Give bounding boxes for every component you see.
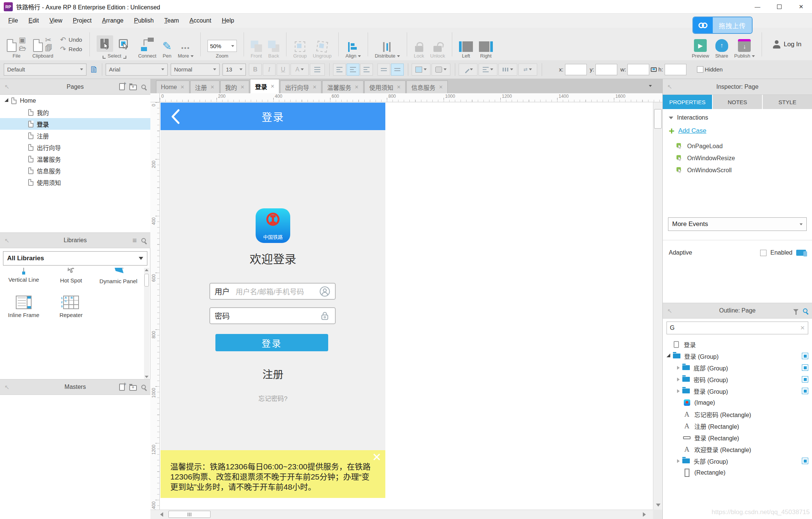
canvas-tab[interactable]: 信息服务 ✕ xyxy=(406,80,448,93)
outline-tree-item[interactable]: A 注册 (Rectangle) xyxy=(663,420,812,432)
outline-tree-item[interactable]: A 登录 xyxy=(663,338,812,350)
font-weight-dropdown[interactable]: Normal xyxy=(171,64,220,76)
canvas-tab[interactable]: 我的 ✕ xyxy=(220,80,250,93)
bold-button[interactable]: B xyxy=(249,64,262,76)
outline-tree-item[interactable]: A 登录 (Group) xyxy=(663,385,812,397)
forgot-password-link[interactable]: 忘记密码? xyxy=(161,393,385,403)
widget-visibility-badge[interactable] xyxy=(802,376,808,382)
adaptive-enabled-checkbox[interactable] xyxy=(760,250,767,256)
widget-visibility-badge[interactable] xyxy=(802,458,808,464)
page-tree-item[interactable]: 信息服务 xyxy=(0,165,150,176)
canvas-tab[interactable]: 温馨服务 ✕ xyxy=(322,80,364,93)
menu-item[interactable]: File xyxy=(3,16,23,26)
close-tab-icon[interactable]: ✕ xyxy=(270,83,274,89)
inspector-tab[interactable]: STYLE xyxy=(763,95,812,109)
password-field[interactable]: 密码 xyxy=(209,307,336,324)
x-input[interactable] xyxy=(565,64,587,75)
outline-tree-item[interactable]: A 底部 (Group) xyxy=(663,362,812,373)
shadow-button[interactable] xyxy=(432,64,450,76)
pen-button[interactable]: ✎ Pen xyxy=(159,29,175,59)
more-events-dropdown[interactable]: More Events xyxy=(668,217,807,231)
scroll-down-icon[interactable] xyxy=(656,504,661,507)
page-tree-item[interactable]: 温馨服务 xyxy=(0,153,150,165)
close-tab-icon[interactable]: ✕ xyxy=(211,84,215,90)
register-link[interactable]: 注册 xyxy=(161,366,385,381)
add-folder-icon[interactable] xyxy=(129,385,137,391)
widget-visibility-badge[interactable] xyxy=(802,364,808,371)
widget-inline-frame[interactable]: Inline Frame xyxy=(0,294,47,318)
ungroup-button[interactable]: Ungroup xyxy=(310,29,335,59)
close-tab-icon[interactable]: ✕ xyxy=(180,84,185,90)
page-tree-item[interactable]: 我的 xyxy=(0,106,150,118)
publish-button[interactable]: ↓ Publish xyxy=(731,29,758,59)
inspector-tab[interactable]: NOTES xyxy=(713,95,762,109)
share-button[interactable]: ↑ Share xyxy=(712,29,731,59)
unlock-button[interactable]: Unlock xyxy=(427,29,448,59)
menu-item[interactable]: Account xyxy=(184,16,217,26)
close-tab-icon[interactable]: ✕ xyxy=(439,84,443,90)
arrow-style-button[interactable]: ⇄ xyxy=(518,64,537,76)
font-size-dropdown[interactable]: 13 xyxy=(223,64,246,76)
widget-repeater[interactable]: A B C 1 2 3 Repeater xyxy=(47,294,95,318)
outline-tree-item[interactable]: A 登录 (Rectangle) xyxy=(663,432,812,443)
valign-top-button[interactable] xyxy=(377,64,390,76)
widget-dynamic-panel[interactable]: Dynamic Panel xyxy=(95,268,142,284)
minimize-button[interactable]: — xyxy=(747,0,768,13)
drag-upload-button[interactable]: 拖拽上传 xyxy=(692,17,753,34)
page-tree-item[interactable]: Home xyxy=(0,95,150,106)
design-login-button[interactable]: 登录 xyxy=(215,334,328,351)
outline-tree-item[interactable]: A (Rectangle) xyxy=(663,467,812,478)
add-master-icon[interactable] xyxy=(119,384,125,391)
style-preset-dropdown[interactable]: Default xyxy=(4,64,86,76)
collapse-panel-icon[interactable]: ↖ xyxy=(5,237,9,244)
collapse-panel-icon[interactable]: ↖ xyxy=(5,83,9,90)
outline-tree-item[interactable]: A 忘记密码 (Rectangle) xyxy=(663,408,812,420)
align-button[interactable]: Align xyxy=(342,29,364,59)
search-icon[interactable] xyxy=(141,85,146,89)
library-select-dropdown[interactable]: All Libraries xyxy=(3,251,147,266)
canvas-horizontal-scrollbar[interactable] xyxy=(150,510,653,519)
outline-tree-item[interactable]: A 登录 (Group) xyxy=(663,350,812,362)
close-notice-icon[interactable]: ✕ xyxy=(372,452,382,463)
file-tools[interactable]: ▣ 🗁 File xyxy=(4,29,29,59)
group-button[interactable]: Group xyxy=(290,29,310,59)
close-tab-icon[interactable]: ✕ xyxy=(312,84,317,90)
page-tree-item[interactable]: 注册 xyxy=(0,130,150,141)
collapse-panel-icon[interactable]: ↖ xyxy=(667,307,672,314)
align-text-left-button[interactable] xyxy=(333,64,346,76)
line-width-button[interactable] xyxy=(479,64,497,76)
line-style-button[interactable] xyxy=(498,64,517,76)
design-canvas[interactable]: 登录 中国铁路 欢迎登录 用户 用户名/邮箱/手机号码 xyxy=(160,102,653,510)
hidden-checkbox[interactable] xyxy=(697,66,703,73)
menu-item[interactable]: View xyxy=(44,16,67,26)
inspector-tab[interactable]: PROPERTIES xyxy=(663,95,712,109)
menu-item[interactable]: Help xyxy=(217,16,239,26)
back-button[interactable]: Back xyxy=(265,29,282,59)
link-dimensions-icon[interactable] xyxy=(651,67,657,72)
canvas-tab[interactable]: Home ✕ xyxy=(156,80,189,93)
tab-list-dropdown-icon[interactable] xyxy=(649,85,652,87)
close-tab-icon[interactable]: ✕ xyxy=(397,84,401,90)
canvas-tab[interactable]: 登录 ✕ xyxy=(250,79,279,93)
line-color-button[interactable] xyxy=(459,64,477,76)
scrollbar-thumb[interactable] xyxy=(654,109,662,129)
add-case-link[interactable]: + Add Case xyxy=(663,121,812,135)
menu-item[interactable]: Arrange xyxy=(97,16,129,26)
clipboard-tools[interactable]: ✂ 🗐 Clipboard xyxy=(29,29,56,59)
undo-button[interactable]: ↶ Undo xyxy=(60,36,82,43)
select-intersect-button[interactable] xyxy=(97,35,113,52)
widget-vertical-line[interactable]: Vertical Line xyxy=(0,268,47,284)
clear-search-icon[interactable]: ✕ xyxy=(800,325,805,331)
select-contain-button[interactable] xyxy=(115,35,132,52)
font-color-button[interactable]: A xyxy=(291,64,309,76)
canvas-tab[interactable]: 注册 ✕ xyxy=(190,80,220,93)
event-item[interactable]: OnPageLoad xyxy=(663,140,812,152)
w-input[interactable] xyxy=(627,64,649,75)
username-field[interactable]: 用户 用户名/邮箱/手机号码 xyxy=(209,283,336,300)
outline-tree-item[interactable]: A 头部 (Group) xyxy=(663,455,812,467)
menu-item[interactable]: Project xyxy=(68,16,97,26)
scrollbar-thumb[interactable] xyxy=(168,511,211,518)
canvas-tab[interactable]: 使用须知 ✕ xyxy=(364,80,406,93)
redo-button[interactable]: ↷ Redo xyxy=(60,46,82,53)
scroll-left-icon[interactable] xyxy=(160,512,163,517)
